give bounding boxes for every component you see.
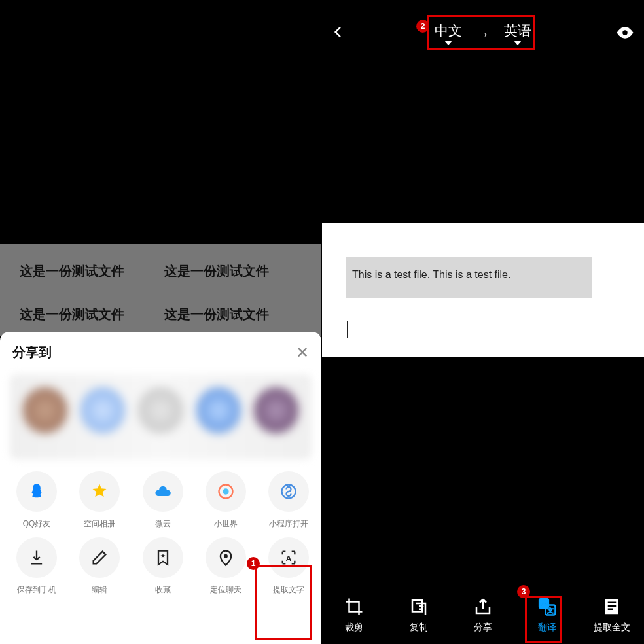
world-icon [217,482,235,501]
qzone-icon [90,482,109,501]
share-miniprogram[interactable]: 小程序打开 [266,471,312,529]
action-label: QQ好友 [23,518,51,529]
tool-share[interactable]: 分享 [457,597,509,634]
callout-badge-3: 3 [517,585,530,598]
edit-button[interactable]: 编辑 [77,537,122,596]
share-sheet: 分享到 ✕ QQ好友 空间相册 微云 小世界 [0,332,321,644]
action-label: 空间相册 [84,518,115,529]
svg-point-1 [223,488,228,494]
share-actions-row-1: QQ好友 空间相册 微云 小世界 小程序打开 [10,471,312,529]
left-panel: 这是一份测试文件 这是一份测试文件 这是一份测试文件 这是一份测试文件 分享到 … [0,0,322,644]
favorite-button[interactable]: 收藏 [139,537,185,596]
action-label: 小程序打开 [269,518,308,529]
action-label: 定位聊天 [210,584,241,596]
pin-icon [217,548,235,567]
share-small-world[interactable]: 小世界 [203,471,249,529]
fulltext-icon [602,597,622,617]
preview-text: 这是一份测试文件 [164,262,302,293]
callout-badge-1: 1 [247,557,260,570]
action-label: 小世界 [214,518,238,529]
action-label: 收藏 [155,584,171,596]
text-cursor [347,321,348,338]
action-label: 编辑 [92,584,107,596]
share-qzone[interactable]: 空间相册 [77,471,122,529]
tool-extract-fulltext[interactable]: 提取全文 [586,597,638,634]
recent-contacts-row[interactable] [10,374,312,459]
callout-badge-2: 2 [416,20,429,33]
back-icon[interactable] [331,22,344,46]
highlight-2 [427,15,535,50]
qq-icon [27,482,46,501]
highlight-3 [525,596,562,643]
translation-result-area: This is a test file. This is a test file… [322,223,644,357]
miniprogram-icon [279,482,298,501]
action-label: 保存到手机 [17,584,56,596]
ocr-icon: A [279,548,298,567]
translate-toolbar: 裁剪 + 复制 分享 A文 翻译 提取全文 [322,588,644,644]
svg-point-5 [622,30,628,35]
close-icon[interactable]: ✕ [296,345,309,361]
share-icon [473,597,493,617]
action-label: 微云 [155,518,171,529]
bookmark-star-icon [154,548,172,567]
svg-text:+: + [420,602,424,610]
eye-icon[interactable] [615,26,635,43]
svg-text:A: A [286,554,292,562]
share-qq-friend[interactable]: QQ好友 [14,471,60,529]
pencil-icon [90,548,109,567]
right-panel: 中文 → 英语 2 This is a test file. This is a… [322,0,644,644]
translated-text[interactable]: This is a test file. This is a test file… [346,257,592,298]
locate-chat[interactable]: 定位聊天 [203,537,249,596]
share-weiyun[interactable]: 微云 [139,471,185,529]
copy-icon: + [409,597,429,617]
download-icon [27,548,46,567]
tool-copy[interactable]: + 复制 [393,597,445,634]
tool-crop[interactable]: 裁剪 [328,597,380,634]
preview-text: 这是一份测试文件 [20,262,158,293]
cloud-icon [154,482,172,501]
save-to-phone[interactable]: 保存到手机 [14,537,60,596]
share-title: 分享到 [12,344,52,361]
highlight-1 [255,565,312,640]
left-doc-preview: 这是一份测试文件 这是一份测试文件 这是一份测试文件 这是一份测试文件 [0,244,321,336]
crop-icon [344,597,364,617]
svg-point-3 [224,554,228,558]
